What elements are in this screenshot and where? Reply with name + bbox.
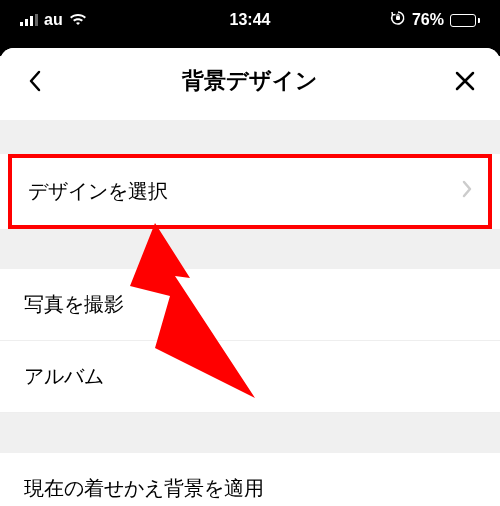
svg-rect-0 [396,16,400,20]
album-row[interactable]: アルバム [0,341,500,413]
apply-theme-label: 現在の着せかえ背景を適用 [24,475,264,502]
battery-percent: 76% [412,11,444,29]
take-photo-row[interactable]: 写真を撮影 [0,269,500,341]
chevron-right-icon [462,180,472,203]
nav-bar: 背景デザイン [0,48,500,120]
status-bar: au 13:44 76% [0,0,500,40]
status-right: 76% [390,10,480,30]
back-button[interactable] [20,66,50,96]
carrier-label: au [44,11,63,29]
chevron-left-icon [27,69,43,93]
status-left: au [20,11,87,29]
select-design-row[interactable]: デザインを選択 [8,154,492,229]
take-photo-label: 写真を撮影 [24,291,124,318]
select-design-label: デザインを選択 [28,178,168,205]
signal-icon [20,14,38,26]
settings-sheet: 背景デザイン デザインを選択 写真を撮影 アルバム 現在の着せかえ背景を適用 [0,48,500,506]
status-time: 13:44 [230,11,271,29]
close-icon [454,70,476,92]
close-button[interactable] [450,66,480,96]
apply-theme-row[interactable]: 現在の着せかえ背景を適用 [0,453,500,506]
battery-icon [450,14,480,27]
album-label: アルバム [24,363,104,390]
section-spacer [0,120,500,154]
section-spacer [0,229,500,269]
orientation-lock-icon [390,10,406,30]
section-spacer [0,413,500,453]
page-title: 背景デザイン [182,66,318,96]
wifi-icon [69,12,87,29]
